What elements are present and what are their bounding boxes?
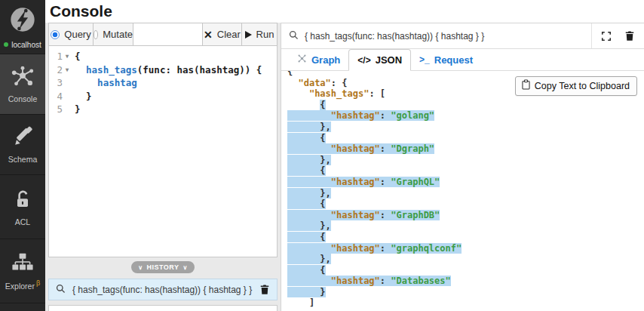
json-response-area[interactable]: { "data": { "hash_tags": [ { "hashtag": …	[281, 71, 644, 311]
json-line: "hashtag": "golang"	[287, 110, 644, 122]
fold-gutter	[63, 76, 72, 90]
radio-selected-icon	[51, 30, 60, 39]
sidebar-item-acl[interactable]: ACL	[0, 175, 45, 239]
json-line: {	[287, 232, 644, 243]
editor-lines: 1▾{2▾ hash_tags(func: has(hashtag)) {3 h…	[49, 50, 277, 116]
json-line: "hashtag": "GraphQL"	[287, 177, 644, 188]
json-line: "hashtag": "GraphDB"	[287, 210, 644, 221]
page-title: Console	[45, 0, 644, 22]
fullscreen-icon[interactable]	[601, 31, 612, 42]
sidebar-item-connection[interactable]: localhost	[0, 0, 45, 54]
editor-code-line: 2▾ hash_tags(func: has(hashtag)) {	[49, 63, 277, 77]
chevron-down-icon: ∨	[138, 264, 143, 271]
fold-gutter	[63, 103, 72, 116]
code-icon: </>	[357, 55, 370, 66]
toolbar-spacer	[133, 23, 203, 45]
history-label: HISTORY	[146, 263, 179, 271]
sidebar-item-label: Console	[8, 94, 38, 103]
history-section: ∨ HISTORY ∨ { hash_tags(func: has(hashta…	[48, 261, 278, 311]
history-query-text: { hash_tags(func: has(hashtag)) { hashta…	[72, 285, 253, 295]
qbar-actions	[591, 23, 644, 48]
sidebar-item-explorer[interactable]: Explorerβ	[0, 239, 45, 303]
json-line: {	[287, 100, 644, 111]
tab-label: Request	[434, 54, 473, 66]
fold-gutter	[63, 90, 72, 103]
json-line: {	[287, 265, 644, 276]
json-lines: { "data": { "hash_tags": [ { "hashtag": …	[287, 71, 644, 309]
search-icon	[56, 283, 66, 297]
json-line: "hashtag": "Databases"	[287, 276, 644, 287]
history-item-partial[interactable]	[48, 305, 278, 311]
connection-label: localhost	[11, 41, 41, 49]
radio-unselected-icon	[94, 30, 98, 39]
json-line: "hashtag": "Dgraph"	[287, 143, 644, 155]
copy-to-clipboard-button[interactable]: Copy Text to Clipboard	[515, 76, 637, 96]
explorer-icon	[11, 251, 34, 276]
tab-graph[interactable]: Graph	[289, 49, 348, 70]
json-line: },	[287, 122, 644, 133]
json-line: }	[287, 287, 644, 298]
history-toggle[interactable]: ∨ HISTORY ∨	[131, 261, 195, 273]
result-query-text: { hash_tags(func: has(hashtag)) { hashta…	[305, 31, 484, 42]
fold-icon[interactable]: ▾	[63, 50, 72, 63]
chevron-down-icon: ∨	[183, 264, 188, 271]
search-icon	[289, 29, 299, 43]
acl-lock-icon	[12, 188, 33, 214]
result-panel: { hash_tags(func: has(hashtag)) { hashta…	[281, 23, 644, 311]
graph-icon	[297, 54, 307, 66]
sidebar-item-label: Explorerβ	[5, 279, 40, 291]
history-item[interactable]: { hash_tags(func: has(hashtag)) { hashta…	[48, 279, 278, 300]
json-line: {	[287, 133, 644, 144]
query-mode-label: Query	[64, 29, 90, 40]
clear-x-icon: ✕	[204, 29, 213, 41]
sidebar-item-label: ACL	[15, 217, 30, 226]
result-tabs: Graph </> JSON >_ Request	[281, 49, 644, 71]
clipboard-icon	[522, 79, 530, 92]
json-line: },	[287, 155, 644, 166]
sidebar-item-label: Schema	[8, 155, 38, 164]
mutate-mode-label: Mutate	[103, 29, 133, 40]
console-icon	[11, 65, 35, 91]
run-button[interactable]: Run	[242, 23, 277, 45]
editor-code-line: 1▾{	[49, 50, 277, 63]
fold-icon[interactable]: ▾	[63, 63, 72, 77]
json-line: ]	[287, 297, 644, 309]
schema-icon	[11, 125, 34, 151]
query-editor[interactable]: 1▾{2▾ hash_tags(func: has(hashtag)) {3 h…	[48, 46, 278, 257]
result-query-bar: { hash_tags(func: has(hashtag)) { hashta…	[281, 23, 644, 49]
clear-label: Clear	[217, 29, 241, 40]
play-icon	[245, 31, 252, 38]
json-line: {	[287, 199, 644, 210]
sidebar-item-console[interactable]: Console	[0, 54, 45, 115]
json-line: },	[287, 254, 644, 265]
tab-label: Graph	[311, 54, 340, 66]
sidebar-item-schema[interactable]: Schema	[0, 115, 45, 175]
json-line: {	[287, 165, 644, 177]
trash-icon[interactable]	[259, 284, 270, 295]
tab-label: JSON	[376, 54, 402, 66]
clear-button[interactable]: ✕ Clear	[203, 23, 242, 45]
trash-icon[interactable]	[624, 30, 635, 42]
tab-json[interactable]: </> JSON	[348, 49, 411, 71]
sidebar: localhost Console	[0, 0, 45, 311]
mutate-mode-tab[interactable]: Mutate	[94, 23, 133, 45]
header: Console	[45, 0, 644, 23]
editor-code-line: 3 hashtag	[49, 76, 277, 90]
tab-request[interactable]: >_ Request	[411, 49, 481, 70]
editor-code-line: 5}	[49, 103, 277, 116]
query-mode-tab[interactable]: Query	[49, 23, 94, 45]
run-label: Run	[256, 29, 274, 40]
editor-code-line: 4 }	[49, 90, 277, 103]
connection-status-dot	[4, 42, 8, 47]
json-line: "hashtag": "graphqlconf"	[287, 243, 644, 254]
json-line: },	[287, 220, 644, 232]
copy-button-label: Copy Text to Clipboard	[535, 81, 630, 91]
dgraph-logo-icon	[8, 5, 37, 37]
json-line: },	[287, 188, 644, 199]
editor-toolbar: Query Mutate ✕ Clear Run	[48, 23, 278, 46]
terminal-prompt-icon: >_	[419, 54, 430, 65]
beta-badge: β	[36, 279, 40, 287]
